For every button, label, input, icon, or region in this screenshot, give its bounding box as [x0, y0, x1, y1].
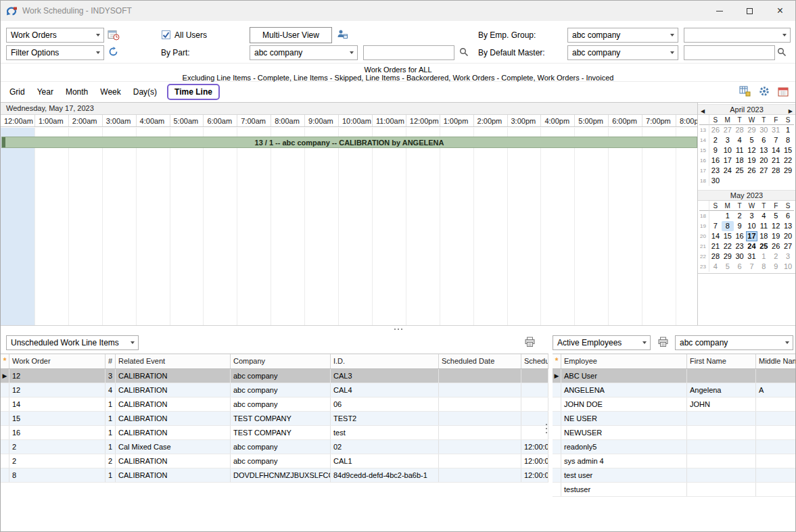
app-icon[interactable] — [6, 5, 18, 16]
maximize-button[interactable] — [734, 1, 765, 21]
calendar-day[interactable]: 4 — [709, 262, 722, 272]
timeline-column[interactable] — [170, 128, 204, 325]
timeline-column[interactable] — [608, 128, 642, 325]
timeline-column[interactable] — [1, 128, 34, 325]
calendar-day[interactable]: 13 — [757, 145, 770, 155]
calendar-day[interactable]: 16 — [734, 231, 746, 241]
schedule-calendar-icon[interactable] — [108, 29, 120, 41]
calendar-day[interactable] — [734, 176, 746, 186]
calendar-day[interactable]: 15 — [782, 145, 794, 155]
schedule-event-bar[interactable]: 13 / 1 -- abc company -- CALIBRATION by … — [1, 137, 697, 148]
calendar-day[interactable]: 28 — [770, 166, 782, 176]
close-button[interactable]: × — [765, 1, 795, 21]
calendar-day[interactable]: 26 — [770, 241, 782, 251]
calendar-day[interactable]: 5 — [746, 135, 758, 145]
by-emp-group-dropdown[interactable]: abc company — [567, 28, 678, 43]
chevron-down-icon[interactable] — [127, 336, 138, 349]
chevron-down-icon[interactable] — [667, 28, 678, 42]
table-row[interactable]: 124CALIBRATIONabc companyCAL4 — [1, 383, 548, 397]
emp-group-secondary-dropdown[interactable] — [684, 28, 791, 43]
calendar-day[interactable]: 7 — [770, 135, 782, 145]
timeline-column[interactable] — [372, 128, 406, 325]
calendar-day[interactable]: 19 — [746, 155, 758, 166]
calendar-day[interactable]: 26 — [709, 125, 722, 135]
filter-options-dropdown[interactable]: Filter Options — [6, 45, 104, 60]
tab-time-line[interactable]: Time Line — [167, 84, 220, 100]
timeline-column[interactable] — [406, 128, 440, 325]
calendar-day[interactable]: 8 — [722, 221, 734, 231]
by-part-dropdown[interactable]: abc company — [250, 45, 358, 60]
chevron-down-icon[interactable] — [639, 336, 650, 349]
multi-user-view-button[interactable]: Multi-User View — [250, 27, 332, 43]
table-row[interactable]: 151CALIBRATIONTEST COMPANYTEST2 — [1, 412, 548, 426]
calendar-day[interactable]: 17 — [722, 155, 734, 166]
chevron-down-icon[interactable] — [667, 46, 678, 59]
calendar-day[interactable]: 19 — [770, 231, 782, 241]
timeline-column[interactable] — [136, 128, 170, 325]
calendar-day[interactable]: 31 — [770, 125, 782, 135]
chevron-down-icon[interactable] — [779, 28, 790, 42]
calendar-day[interactable]: 1 — [782, 125, 794, 135]
search-icon[interactable] — [459, 47, 469, 57]
calendar-day[interactable] — [709, 211, 722, 221]
column-header-i-d[interactable]: I.D. — [331, 354, 439, 368]
calendar-day[interactable]: 30 — [709, 176, 722, 186]
calendar-day[interactable]: 1 — [722, 211, 734, 221]
save-layout-icon[interactable] — [739, 86, 751, 97]
all-users-checkbox[interactable] — [162, 30, 170, 39]
timeline-column[interactable] — [676, 128, 697, 325]
calendar-day[interactable] — [722, 176, 734, 186]
column-header-first-name[interactable]: First Name — [687, 354, 756, 368]
calendar-day[interactable]: 3 — [722, 135, 734, 145]
view-selector-dropdown[interactable]: Work Orders — [6, 28, 104, 43]
calendar-day[interactable]: 27 — [782, 241, 794, 251]
calendar-day[interactable]: 20 — [757, 155, 770, 166]
timeline-column[interactable] — [304, 128, 338, 325]
calendar-day[interactable]: 24 — [746, 241, 758, 251]
chevron-down-icon[interactable] — [93, 46, 103, 59]
calendar-day[interactable]: 3 — [746, 211, 758, 221]
timeline-column[interactable] — [473, 128, 507, 325]
timeline-column[interactable] — [237, 128, 271, 325]
table-row[interactable]: ANGELENAAngelenaA — [553, 383, 795, 397]
timeline-column[interactable] — [507, 128, 541, 325]
table-row[interactable]: NEWUSER — [553, 426, 795, 440]
calendar-day[interactable]: 9 — [770, 262, 782, 272]
calendar-day[interactable]: 11 — [734, 145, 746, 155]
calendar-day[interactable]: 7 — [709, 221, 722, 231]
table-row[interactable]: sys admin 4 — [553, 454, 795, 468]
calendar-day[interactable]: 25 — [757, 241, 770, 251]
table-row[interactable]: 21Cal Mixed Caseabc company0212:00:0 — [1, 440, 548, 454]
calendar-day[interactable]: 18 — [757, 231, 770, 241]
chevron-down-icon[interactable] — [346, 46, 357, 59]
timeline-column[interactable] — [574, 128, 608, 325]
by-part-search-input[interactable] — [363, 45, 454, 60]
chevron-down-icon[interactable] — [782, 336, 793, 349]
calendar-day[interactable]: 8 — [757, 262, 770, 272]
calendar-day[interactable]: 11 — [757, 221, 770, 231]
calendar-day[interactable] — [782, 176, 794, 186]
calendar-day[interactable]: 10 — [722, 145, 734, 155]
calendar-day[interactable]: 14 — [709, 231, 722, 241]
calendar-day[interactable]: 30 — [734, 251, 746, 262]
multi-user-icon[interactable] — [337, 29, 348, 39]
timeline-column[interactable] — [68, 128, 102, 325]
calendar-day[interactable]: 25 — [734, 166, 746, 176]
calendar-day[interactable]: 6 — [734, 262, 746, 272]
calendar-day[interactable]: 12 — [770, 221, 782, 231]
calendar-day[interactable]: 10 — [782, 262, 794, 272]
calendar-day[interactable] — [770, 176, 782, 186]
print-icon[interactable] — [524, 337, 536, 347]
table-row[interactable]: testuser — [553, 483, 795, 497]
by-default-master-dropdown[interactable]: abc company — [567, 45, 678, 60]
calendar-day[interactable]: 1 — [757, 251, 770, 262]
table-row[interactable]: 81CALIBRATIONDOVDLFHCNMZJBUXSLFCGNI84d9c… — [1, 468, 548, 483]
settings-gear-icon[interactable] — [759, 86, 770, 97]
tab-day-s[interactable]: Day(s) — [131, 84, 159, 99]
calendar-day[interactable]: 28 — [709, 251, 722, 262]
timeline-column[interactable] — [642, 128, 676, 325]
calendar-day[interactable]: 2 — [770, 251, 782, 262]
calendar-day[interactable]: 30 — [757, 125, 770, 135]
calendar-day[interactable]: 23 — [709, 166, 722, 176]
column-header-employee[interactable]: Employee — [561, 354, 687, 368]
